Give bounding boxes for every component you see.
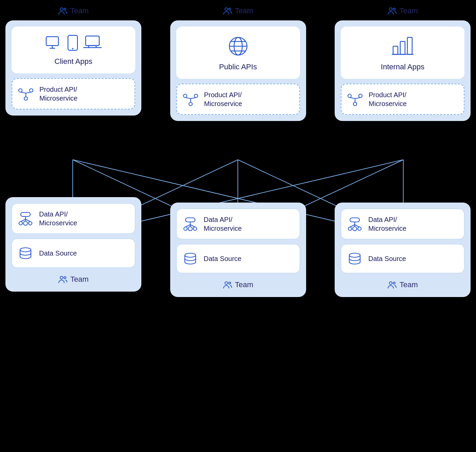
svg-point-64 (348, 94, 351, 98)
bottom-column-card-center: Data API/Microservice Data Source (170, 203, 306, 297)
data-source-card-left: Data Source (12, 239, 135, 268)
svg-point-72 (358, 227, 361, 230)
data-source-label-left: Data Source (39, 249, 77, 258)
top-column-card-right: Internal Apps Product API/Microservice (335, 20, 471, 121)
svg-point-48 (188, 227, 192, 231)
svg-line-67 (350, 98, 355, 99)
team-icon-right-bottom (387, 280, 397, 290)
svg-point-35 (229, 8, 231, 10)
client-app-icons (45, 34, 102, 52)
svg-point-54 (185, 253, 196, 257)
svg-point-27 (29, 222, 32, 225)
svg-point-58 (393, 8, 395, 10)
svg-rect-61 (407, 37, 412, 54)
svg-point-31 (20, 248, 31, 252)
data-source-card-right: Data Source (341, 244, 464, 273)
svg-point-65 (359, 94, 362, 98)
svg-point-49 (184, 227, 187, 230)
product-api-icon-right (347, 91, 363, 107)
data-api-icon-right (347, 216, 363, 232)
svg-point-15 (72, 48, 73, 49)
bottom-column-card-right: Data API/Microservice Data Source (335, 203, 471, 297)
team-icon-center-bottom (223, 280, 232, 290)
team-icon-center-top (223, 6, 232, 16)
data-source-label-center: Data Source (204, 254, 242, 263)
data-source-icon-center (182, 250, 198, 267)
svg-point-20 (30, 89, 33, 92)
client-apps-card: Client Apps (12, 27, 135, 73)
public-apis-card: Public APIs (176, 27, 300, 79)
data-source-label-right: Data Source (368, 254, 406, 263)
internal-apps-card: Internal Apps (341, 27, 464, 79)
column-center: Team Public APIs (170, 0, 306, 452)
bar-chart-icon (390, 34, 415, 58)
product-api-card-right: Product API/Microservice (341, 84, 464, 115)
product-api-icon-left (18, 86, 34, 102)
svg-point-25 (23, 221, 28, 225)
data-source-card-center: Data Source (176, 244, 300, 273)
top-team-center: Team (223, 6, 253, 16)
data-source-icon-right (347, 250, 363, 267)
svg-line-22 (20, 92, 26, 93)
data-api-card-right: Data API/Microservice (341, 209, 464, 239)
diagram-container: Team (0, 0, 476, 452)
team-icon-right-top (387, 6, 397, 16)
svg-point-55 (225, 282, 228, 284)
svg-point-77 (389, 282, 392, 284)
svg-point-57 (389, 8, 392, 11)
bottom-column-card-left: Data API/Microservice Data Source (5, 197, 141, 292)
data-source-icon-left (17, 245, 34, 261)
svg-point-26 (19, 222, 22, 225)
product-api-icon-center (182, 91, 199, 107)
data-api-icon-center (182, 216, 198, 232)
product-api-label-left: Product API/Microservice (39, 85, 77, 103)
product-api-card-center: Product API/Microservice (176, 84, 300, 115)
svg-point-70 (353, 227, 357, 231)
svg-rect-60 (400, 41, 405, 54)
svg-point-78 (393, 282, 395, 284)
svg-rect-24 (21, 212, 30, 216)
svg-point-76 (349, 253, 360, 257)
svg-point-56 (229, 282, 231, 284)
laptop-icon (83, 34, 102, 50)
svg-point-43 (194, 94, 198, 98)
svg-point-32 (60, 276, 63, 279)
svg-point-42 (183, 94, 187, 98)
svg-point-19 (19, 89, 22, 92)
team-icon-left-bottom (58, 275, 68, 284)
bottom-team-center: Team (176, 280, 300, 290)
data-api-label-center: Data API/Microservice (204, 215, 242, 233)
svg-rect-59 (393, 46, 398, 54)
bottom-team-left: Team (12, 275, 135, 284)
data-api-card-center: Data API/Microservice (176, 209, 300, 239)
svg-line-23 (26, 92, 31, 93)
data-api-label-right: Data API/Microservice (368, 215, 406, 233)
globe-icon (226, 34, 250, 58)
internal-apps-label: Internal Apps (381, 63, 424, 71)
product-api-label-right: Product API/Microservice (369, 90, 407, 108)
top-team-left: Team (58, 6, 89, 16)
top-column-card-left: Client Apps Product API/Microservice (5, 20, 141, 116)
product-api-label-center: Product API/Microservice (204, 90, 242, 108)
svg-rect-69 (350, 218, 359, 222)
data-api-icon-left (17, 210, 34, 227)
top-team-right: Team (387, 6, 418, 16)
svg-point-71 (348, 227, 352, 230)
mobile-icon (67, 34, 79, 52)
svg-rect-16 (86, 36, 99, 46)
public-apis-label: Public APIs (219, 63, 257, 71)
svg-point-18 (24, 97, 28, 100)
svg-point-9 (60, 8, 63, 11)
product-api-card-left: Product API/Microservice (12, 78, 135, 109)
svg-point-34 (225, 8, 228, 11)
svg-point-63 (353, 102, 357, 106)
client-apps-label: Client Apps (54, 57, 92, 66)
svg-rect-11 (46, 37, 58, 46)
svg-rect-47 (186, 218, 195, 222)
team-icon-left-top (58, 6, 68, 16)
bottom-team-right: Team (341, 280, 464, 290)
data-api-card-left: Data API/Microservice (12, 203, 135, 234)
svg-point-10 (64, 8, 66, 10)
svg-point-41 (189, 102, 192, 106)
svg-line-45 (185, 98, 191, 99)
